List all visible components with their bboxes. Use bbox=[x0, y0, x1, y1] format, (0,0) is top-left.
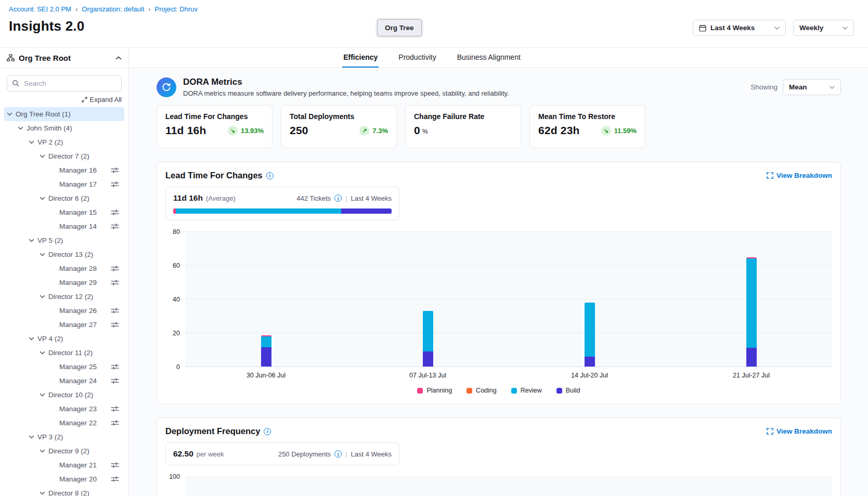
tree-item[interactable]: Manager 17 bbox=[4, 177, 124, 191]
filter-sliders-icon[interactable] bbox=[111, 167, 119, 174]
tree-item[interactable]: Manager 16 bbox=[4, 163, 124, 177]
tree-item[interactable]: Director 11 (2) bbox=[4, 346, 124, 360]
chevron-down-icon[interactable] bbox=[29, 435, 34, 439]
bar-segment-build[interactable] bbox=[585, 357, 595, 367]
legend-item-build[interactable]: Build bbox=[556, 387, 580, 394]
trend-arrow-icon: ↗ bbox=[359, 126, 369, 136]
legend-item-planning[interactable]: Planning bbox=[417, 387, 452, 394]
legend-item-coding[interactable]: Coding bbox=[467, 387, 497, 394]
tab-efficiency[interactable]: Efficiency bbox=[342, 48, 379, 68]
filter-sliders-icon[interactable] bbox=[111, 321, 119, 328]
tree-item[interactable]: Manager 27 bbox=[4, 318, 124, 332]
tree-item[interactable]: John Smith (4) bbox=[4, 121, 124, 135]
tree-item[interactable]: Manager 21 bbox=[4, 458, 124, 472]
tree-item[interactable]: Manager 29 bbox=[4, 276, 124, 290]
tickets-count: 442 Tickets bbox=[296, 194, 331, 202]
stage-distribution-bar bbox=[173, 208, 392, 214]
tab-business-alignment[interactable]: Business Alignment bbox=[456, 48, 522, 68]
filter-sliders-icon[interactable] bbox=[111, 265, 119, 272]
bar-segment-review[interactable] bbox=[585, 303, 595, 357]
filter-sliders-icon[interactable] bbox=[111, 307, 119, 314]
tree-item[interactable]: Director 6 (2) bbox=[4, 191, 124, 205]
collapse-panel-button[interactable] bbox=[115, 56, 122, 60]
bar-segment-review[interactable] bbox=[746, 258, 757, 348]
deployment-view-breakdown-link[interactable]: View Breakdown bbox=[767, 427, 832, 435]
filter-sliders-icon[interactable] bbox=[111, 363, 119, 370]
chevron-down-icon[interactable] bbox=[40, 449, 45, 453]
stacked-bar[interactable] bbox=[746, 257, 757, 367]
chevron-down-icon[interactable] bbox=[40, 295, 45, 298]
tree-item[interactable]: Manager 25 bbox=[4, 360, 124, 374]
chevron-down-icon[interactable] bbox=[29, 140, 34, 144]
tree-item[interactable]: Manager 23 bbox=[4, 402, 124, 416]
filter-sliders-icon[interactable] bbox=[111, 209, 119, 216]
bar-segment-build[interactable] bbox=[746, 348, 757, 367]
tree-item[interactable]: Manager 24 bbox=[4, 374, 124, 388]
breadcrumb-link[interactable]: Account: SEI 2.0 PM bbox=[9, 5, 71, 13]
filter-sliders-icon[interactable] bbox=[111, 223, 119, 230]
tree-item[interactable]: Director 10 (2) bbox=[4, 388, 124, 402]
chevron-down-icon[interactable] bbox=[40, 351, 45, 355]
bar-segment-build[interactable] bbox=[423, 351, 433, 367]
tree-item[interactable]: Director 9 (2) bbox=[4, 444, 124, 458]
chevron-down-icon[interactable] bbox=[40, 253, 45, 256]
bar-segment-review[interactable] bbox=[261, 336, 271, 347]
tree-item[interactable]: Director 12 (2) bbox=[4, 290, 124, 304]
filter-sliders-icon[interactable] bbox=[111, 377, 119, 384]
breadcrumb-link[interactable]: Project: Dhruv bbox=[155, 5, 198, 13]
metric-card: Total Deployments250↗7.3% bbox=[281, 105, 397, 148]
tab-productivity[interactable]: Productivity bbox=[397, 48, 437, 68]
bar-segment-build[interactable] bbox=[261, 347, 271, 367]
tree-item[interactable]: VP 3 (2) bbox=[4, 430, 124, 444]
tree-item[interactable]: VP 5 (2) bbox=[4, 233, 124, 247]
expand-all-button[interactable]: Expand All bbox=[7, 96, 122, 103]
stacked-bar[interactable] bbox=[261, 335, 271, 367]
filter-sliders-icon[interactable] bbox=[111, 462, 119, 468]
chevron-down-icon[interactable] bbox=[7, 112, 12, 116]
tree-item[interactable]: Director 8 (2) bbox=[4, 486, 124, 496]
tree-item[interactable]: Manager 22 bbox=[4, 416, 124, 430]
stacked-bar[interactable] bbox=[585, 303, 595, 367]
stacked-bar[interactable] bbox=[423, 311, 433, 367]
filter-sliders-icon[interactable] bbox=[111, 476, 119, 482]
lead-time-view-breakdown-link[interactable]: View Breakdown bbox=[767, 172, 832, 179]
tree-item[interactable]: Manager 14 bbox=[4, 219, 124, 233]
deployment-frequency-value: 62.50 bbox=[173, 449, 193, 459]
info-icon[interactable] bbox=[334, 194, 342, 202]
tree-item[interactable]: Director 13 (2) bbox=[4, 247, 124, 262]
date-range-select[interactable]: Last 4 Weeks bbox=[693, 20, 786, 36]
filter-sliders-icon[interactable] bbox=[111, 279, 119, 286]
tree-item[interactable]: Manager 15 bbox=[4, 205, 124, 219]
tree-item-label: Manager 26 bbox=[59, 307, 97, 315]
chevron-down-icon[interactable] bbox=[29, 337, 34, 341]
chevron-down-icon[interactable] bbox=[40, 197, 45, 200]
tree-item[interactable]: VP 2 (2) bbox=[4, 135, 124, 149]
legend-item-review[interactable]: Review bbox=[511, 387, 542, 394]
bar-segment-review[interactable] bbox=[423, 311, 433, 351]
tree-item[interactable]: Manager 28 bbox=[4, 262, 124, 276]
info-icon[interactable] bbox=[334, 450, 342, 458]
info-icon[interactable] bbox=[264, 428, 271, 435]
search-input[interactable] bbox=[7, 75, 122, 92]
tree-item[interactable]: Org Tree Root (1) bbox=[4, 107, 124, 121]
info-icon[interactable] bbox=[266, 172, 274, 179]
chevron-down-icon[interactable] bbox=[40, 154, 45, 158]
trend-arrow-icon: ↘ bbox=[228, 126, 238, 136]
filter-sliders-icon[interactable] bbox=[111, 406, 119, 412]
filter-sliders-icon[interactable] bbox=[111, 420, 119, 426]
org-tree-button[interactable]: Org Tree bbox=[377, 19, 422, 36]
showing-select[interactable]: Mean bbox=[783, 79, 841, 95]
chevron-down-icon[interactable] bbox=[40, 491, 45, 495]
filter-sliders-icon[interactable] bbox=[111, 181, 119, 188]
tree-item[interactable]: Manager 26 bbox=[4, 304, 124, 318]
tree-item[interactable]: Director 7 (2) bbox=[4, 149, 124, 163]
tree-item-label: Director 10 (2) bbox=[48, 391, 93, 399]
tree-item-label: Director 13 (2) bbox=[48, 251, 93, 258]
chevron-down-icon[interactable] bbox=[18, 126, 23, 130]
tree-item[interactable]: VP 4 (2) bbox=[4, 332, 124, 346]
granularity-select[interactable]: Weekly bbox=[793, 20, 854, 36]
chevron-down-icon[interactable] bbox=[40, 393, 45, 397]
breadcrumb-link[interactable]: Organization: default bbox=[82, 5, 144, 13]
tree-item[interactable]: Manager 20 bbox=[4, 472, 124, 486]
chevron-down-icon[interactable] bbox=[29, 239, 34, 242]
